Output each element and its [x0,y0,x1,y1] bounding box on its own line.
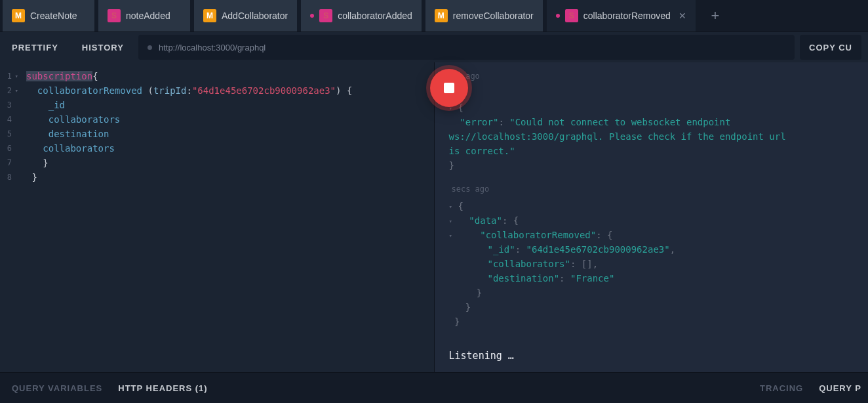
new-tab-button[interactable]: + [700,0,731,32]
tab-label: noteAdded [126,11,170,21]
tab-label: removeCollaborator [453,11,534,21]
tab-addcollaborator[interactable]: M AddCollaborator [194,0,297,32]
tab-label: collaboratorAdded [338,11,412,21]
tab-label: AddCollaborator [222,11,288,21]
tab-noteadded[interactable]: S noteAdded [98,0,190,32]
timestamp-label: secs ago [449,179,858,199]
tracing-tab[interactable]: TRACING [760,383,803,393]
mutation-badge-icon: M [435,9,448,22]
endpoint-input[interactable]: http://localhost:3000/graphql [138,35,795,60]
status-dot-icon [148,45,152,50]
line-gutter: 1▾ 2▾ 3 4 5 6 7 8 [0,69,22,372]
unsaved-dot-icon [556,14,560,18]
stop-button[interactable] [430,69,468,107]
history-button[interactable]: History [73,35,133,60]
subscription-badge-icon: S [565,9,578,22]
tab-createnote[interactable]: M CreateNote [3,0,94,32]
tab-removecollaborator[interactable]: M removeCollaborator [425,0,543,32]
query-editor[interactable]: 1▾ 2▾ 3 4 5 6 7 8 subscription{ collabor… [0,62,434,372]
http-headers-tab[interactable]: HTTP HEADERS (1) [118,383,207,393]
tab-collaboratorremoved[interactable]: S collaboratorRemoved ✕ [547,0,696,32]
tab-label: collaboratorRemoved [583,11,671,21]
plus-icon: + [711,9,719,23]
timestamp-label: in ago [449,66,858,86]
tab-collaboratoradded[interactable]: S collaboratorAdded [301,0,422,32]
prettify-button[interactable]: Prettify [3,35,68,60]
listening-status: Listening … [449,349,514,363]
query-variables-tab[interactable]: QUERY VARIABLES [12,383,102,393]
copy-curl-button[interactable]: COPY CU [800,35,861,60]
code-body: subscription{ collaboratorRemoved (tripI… [22,69,434,372]
tab-label: CreateNote [30,11,77,21]
tab-bar: M CreateNote S noteAdded M AddCollaborat… [0,0,868,32]
query-plan-tab[interactable]: QUERY P [819,383,861,393]
stop-icon [444,83,454,93]
subscription-badge-icon: S [108,9,121,22]
bottom-bar: QUERY VARIABLES HTTP HEADERS (1) TRACING… [0,372,868,403]
toolbar: Prettify History http://localhost:3000/g… [0,32,868,62]
response-pane: in ago ▾{ ▾{ "error": "Could not connect… [434,62,869,372]
mutation-badge-icon: M [12,9,25,22]
subscription-badge-icon: S [319,9,332,22]
mutation-badge-icon: M [203,9,216,22]
endpoint-url: http://localhost:3000/graphql [159,43,266,53]
unsaved-dot-icon [310,14,314,18]
main-area: 1▾ 2▾ 3 4 5 6 7 8 subscription{ collabor… [0,62,868,372]
close-icon[interactable]: ✕ [679,11,686,21]
